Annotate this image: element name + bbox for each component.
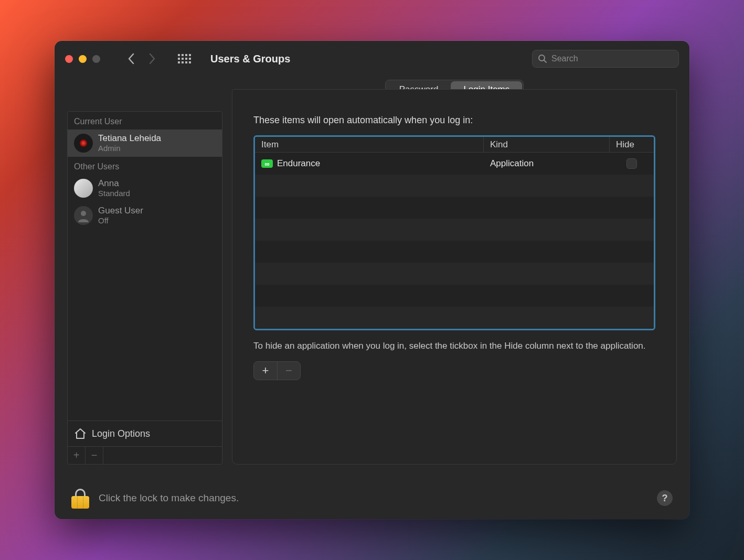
minimize-button[interactable] [79,55,87,63]
user-role: Standard [98,189,130,199]
search-field[interactable] [532,50,679,68]
table-row-empty [255,219,654,241]
titlebar: Users & Groups [55,41,689,77]
remove-item-button[interactable]: − [277,362,300,380]
section-label-current: Current User [68,112,222,130]
svg-line-1 [544,60,546,62]
search-wrap [532,50,679,68]
house-icon [74,427,87,440]
chevron-left-icon [127,53,135,64]
cell-item: ∞ Endurance [255,158,484,169]
svg-point-2 [81,211,86,216]
cell-kind: Application [484,158,610,169]
endurance-icon: ∞ [261,159,273,168]
sidebar-bottom-bar: + − [68,446,222,464]
person-icon [77,209,90,222]
back-button[interactable] [122,50,140,68]
section-label-other: Other Users [68,157,222,175]
cell-hide [610,158,654,169]
users-sidebar: Current User Tetiana Leheida Admin Other… [67,111,222,465]
body: Current User Tetiana Leheida Admin Other… [55,77,689,477]
avatar [74,179,93,198]
col-kind[interactable]: Kind [484,137,610,152]
table-row-empty [255,285,654,307]
table-row-empty [255,241,654,263]
login-items-table: Item Kind Hide ∞ Endurance Application [253,135,655,330]
user-name: Tetiana Leheida [98,133,161,144]
user-role: Off [98,216,143,226]
add-item-button[interactable]: + [254,362,277,380]
table-row[interactable]: ∞ Endurance Application [255,153,654,175]
maximize-button[interactable] [92,55,100,63]
user-text: Anna Standard [98,178,130,199]
window-title: Users & Groups [210,53,290,65]
user-role: Admin [98,144,161,154]
nav-arrows [122,50,161,68]
table-body: ∞ Endurance Application [255,153,654,329]
search-input[interactable] [551,54,673,63]
chevron-right-icon [148,53,156,64]
login-items-panel: These items will open automatically when… [232,89,677,465]
sidebar-user-current[interactable]: Tetiana Leheida Admin [68,130,222,157]
forward-button[interactable] [143,50,161,68]
avatar [74,134,93,153]
preferences-window: Users & Groups Current User Tetiana Lehe… [55,41,689,519]
sidebar-user-guest[interactable]: Guest User Off [68,202,222,229]
login-options-label: Login Options [92,428,150,439]
user-text: Guest User Off [98,205,143,226]
add-remove-buttons: + − [253,361,301,380]
table-header: Item Kind Hide [255,137,654,153]
table-row-empty [255,263,654,285]
col-item[interactable]: Item [255,137,484,152]
panel-hint: To hide an application when you log in, … [253,340,655,353]
show-all-icon[interactable] [178,54,192,63]
lock-icon[interactable] [71,488,89,509]
col-hide[interactable]: Hide [610,137,654,152]
table-row-empty [255,307,654,329]
help-button[interactable]: ? [657,490,673,506]
user-name: Anna [98,178,130,189]
table-row-empty [255,175,654,197]
avatar [74,206,93,225]
remove-user-button[interactable]: − [86,447,103,464]
item-name: Endurance [277,158,320,169]
table-row-empty [255,197,654,219]
panel-intro: These items will open automatically when… [253,115,655,126]
lock-text: Click the lock to make changes. [99,492,239,504]
close-button[interactable] [65,55,73,63]
user-text: Tetiana Leheida Admin [98,133,161,154]
add-user-button[interactable]: + [68,447,86,464]
footer: Click the lock to make changes. ? [55,477,689,519]
sidebar-user-anna[interactable]: Anna Standard [68,175,222,202]
content: Password Login Items These items will op… [232,77,677,465]
user-name: Guest User [98,205,143,216]
traffic-lights [65,55,100,63]
login-options-button[interactable]: Login Options [68,421,222,446]
search-icon [538,54,547,63]
hide-checkbox[interactable] [626,158,637,169]
